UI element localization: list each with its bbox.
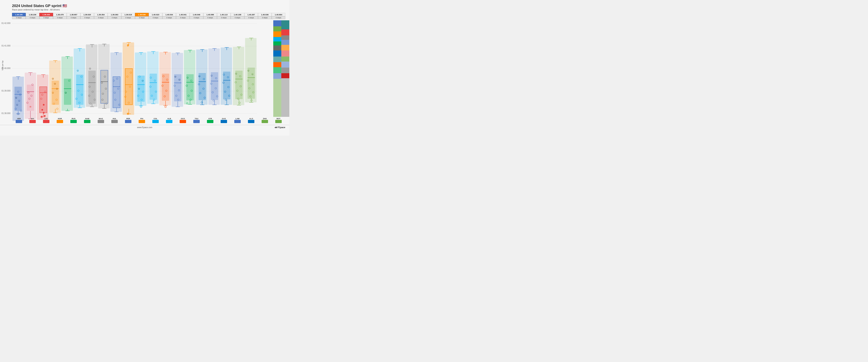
time-oco: 1.40.041 xyxy=(176,13,190,16)
svg-point-204 xyxy=(165,106,166,108)
svg-rect-266 xyxy=(223,72,230,99)
stop-pia: 0 stops xyxy=(135,16,149,19)
svg-rect-312 xyxy=(273,20,281,26)
drivers-labels-row: VER SAI LEC NOR RUS HAM MAG xyxy=(12,118,285,123)
svg-rect-11 xyxy=(14,87,22,111)
svg-rect-316 xyxy=(273,31,281,37)
main-chart-svg: 11 1 33 1 6 xyxy=(12,20,273,117)
time-hul: 1.39.363 xyxy=(108,13,121,16)
driver-label-alb: ALB xyxy=(162,118,176,123)
time-str: 1.40.098 xyxy=(203,13,217,16)
driver-logo-gas xyxy=(221,120,227,123)
driver-code-alo: ALO xyxy=(244,118,258,120)
svg-rect-322 xyxy=(273,46,281,51)
footer-brand-text: F1pace xyxy=(278,126,285,129)
time-ham: 1.39.020 xyxy=(81,13,94,16)
driver-label-lec: LEC xyxy=(39,118,53,123)
driver-logo-alo xyxy=(248,120,254,123)
svg-text:14: 14 xyxy=(142,80,144,81)
driver-logo-rus xyxy=(70,120,77,123)
driver-label-pia: PIA xyxy=(135,118,149,123)
stops-header-row: 0 stops 0 stops 0 stops 0 stops 0 stops … xyxy=(12,16,285,19)
time-rus: 1.38.957 xyxy=(67,13,81,16)
svg-text:14: 14 xyxy=(179,79,180,80)
stop-bot: 0 stops xyxy=(272,16,285,19)
svg-rect-314 xyxy=(273,26,281,31)
footer-brand: 🏎 F1pace xyxy=(152,126,285,129)
svg-text:19: 19 xyxy=(52,78,54,79)
stop-rus: 0 stops xyxy=(67,16,81,19)
driver-code-bot: BOT xyxy=(272,118,285,120)
stop-str: 0 stops xyxy=(203,16,217,19)
svg-text:11: 11 xyxy=(17,104,18,106)
driver-logo-ver xyxy=(16,120,22,123)
time-per: 1.39.519 xyxy=(121,13,135,16)
svg-rect-313 xyxy=(281,20,289,29)
driver-logo-law xyxy=(234,120,241,123)
svg-rect-180 xyxy=(150,74,157,100)
side-bar-chart xyxy=(273,20,289,117)
stop-law: 0 stops xyxy=(231,16,244,19)
time-sai: 1.38.236 xyxy=(26,13,39,16)
stop-nor: 0 stops xyxy=(53,16,67,19)
stop-zho: 0 stops xyxy=(258,16,272,19)
svg-rect-146 xyxy=(125,68,133,105)
main-container: 2024 United States GP sprint 🇺🇸 Race pac… xyxy=(0,0,289,136)
svg-rect-330 xyxy=(273,67,281,73)
stop-hul: 0 stops xyxy=(108,16,121,19)
stop-per: 0 stops xyxy=(121,16,135,19)
time-lec: 1.38.430 xyxy=(39,13,53,16)
driver-label-col: COL xyxy=(149,118,162,123)
time-nor: 1.38.479 xyxy=(53,13,67,16)
svg-point-55 xyxy=(41,109,43,111)
driver-code-alb: ALB xyxy=(162,118,176,120)
driver-logo-ham xyxy=(84,120,90,123)
svg-text:10: 10 xyxy=(199,76,200,77)
svg-text:01:39.000: 01:39.000 xyxy=(2,90,11,92)
driver-logo-bot xyxy=(275,120,282,123)
svg-point-54 xyxy=(43,104,44,106)
svg-text:33: 33 xyxy=(16,98,17,99)
time-ver: 1.38.185 xyxy=(12,13,26,16)
driver-label-zho: ZHO xyxy=(258,118,272,123)
title-text: 2024 United States GP sprint 🇺🇸 xyxy=(12,4,67,8)
svg-point-56 xyxy=(43,112,44,114)
footer-url: www.f1pace.com xyxy=(137,126,152,129)
svg-rect-118 xyxy=(101,70,108,103)
driver-logo-sai xyxy=(29,120,36,123)
driver-code-gas: GAS xyxy=(217,118,231,120)
chart-wrapper: Time per lap 01:42.000 01:41.000 01:40.0… xyxy=(0,20,289,117)
stop-col: 0 stops xyxy=(149,16,162,19)
svg-text:10: 10 xyxy=(65,92,66,93)
time-bot: 1.40.664 xyxy=(272,13,285,16)
stop-tsu: 0 stops xyxy=(190,16,203,19)
svg-rect-325 xyxy=(281,57,289,61)
driver-label-oco: OCO xyxy=(176,118,190,123)
svg-rect-329 xyxy=(281,67,289,73)
driver-logo-tsu xyxy=(193,120,200,123)
driver-label-gas: GAS xyxy=(217,118,231,123)
driver-code-tsu: TSU xyxy=(190,118,203,120)
svg-rect-321 xyxy=(281,45,289,51)
driver-label-bot: BOT xyxy=(272,118,285,123)
svg-rect-103 xyxy=(88,71,96,104)
svg-rect-317 xyxy=(281,35,289,40)
svg-rect-326 xyxy=(273,57,281,62)
svg-point-57 xyxy=(44,115,45,117)
svg-rect-331 xyxy=(281,73,289,78)
driver-logo-oco xyxy=(180,120,186,123)
driver-code-mag: MAG xyxy=(94,118,108,120)
svg-rect-79 xyxy=(64,79,71,105)
svg-rect-89 xyxy=(76,75,84,105)
stop-alb: 0 stops xyxy=(162,16,176,19)
f1-icon: 🏎 xyxy=(275,126,277,129)
time-tsu: 1.40.046 xyxy=(190,13,203,16)
stop-gas: 0 stops xyxy=(217,16,231,19)
time-alb: 1.40.034 xyxy=(162,13,176,16)
svg-rect-315 xyxy=(281,29,289,35)
stop-oco: 0 stops xyxy=(176,16,190,19)
time-alo: 1.40.287 xyxy=(244,13,258,16)
driver-code-nor: NOR xyxy=(53,118,67,120)
time-law: 1.40.158 xyxy=(231,13,244,16)
time-col: 1.40.023 xyxy=(149,13,162,16)
